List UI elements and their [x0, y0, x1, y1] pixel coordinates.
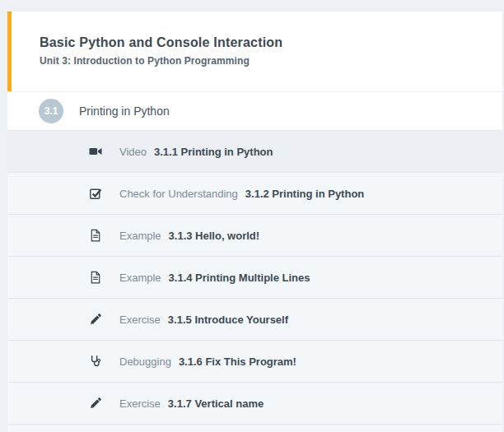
unit-card: Basic Python and Console Interaction Uni… — [7, 12, 502, 432]
document-icon — [86, 229, 105, 242]
pencil-icon — [86, 313, 105, 326]
section-title: Printing in Python — [79, 105, 170, 118]
item-type-label: Example — [119, 230, 161, 242]
lesson-row-partial[interactable] — [7, 425, 502, 432]
lesson-row[interactable]: Video 3.1.1 Printing in Python — [7, 131, 502, 173]
pencil-icon — [86, 397, 105, 410]
section-header-3-1[interactable]: 3.1 Printing in Python — [7, 92, 502, 131]
video-camera-icon — [86, 145, 105, 158]
item-type-label: Example — [119, 272, 161, 284]
item-title: 3.1.6 Fix This Program! — [179, 355, 296, 368]
lesson-row[interactable]: Example 3.1.4 Printing Multiple Lines — [7, 257, 502, 299]
item-title: 3.1.1 Printing in Python — [154, 146, 273, 158]
item-type-label: Exercise — [119, 397, 161, 410]
lesson-row[interactable]: Check for Understanding 3.1.2 Printing i… — [7, 173, 502, 215]
lesson-items-list: Video 3.1.1 Printing in Python Check for… — [7, 131, 502, 432]
item-type-label: Exercise — [119, 314, 161, 326]
course-outline-page: { "colors": { "accent_orange": "#fcab19"… — [0, 0, 504, 432]
item-type-label: Debugging — [119, 355, 171, 368]
lesson-row[interactable]: Exercise 3.1.5 Introduce Yourself — [7, 299, 502, 341]
unit-header: Basic Python and Console Interaction Uni… — [7, 12, 502, 92]
item-title: 3.1.2 Printing in Python — [245, 188, 364, 200]
lesson-row[interactable]: Debugging 3.1.6 Fix This Program! — [7, 341, 502, 383]
item-title: 3.1.5 Introduce Yourself — [168, 314, 288, 326]
stethoscope-icon — [86, 355, 105, 368]
check-square-icon — [86, 187, 105, 200]
unit-color-bar — [7, 12, 12, 91]
item-type-label: Video — [119, 146, 147, 158]
item-type-label: Check for Understanding — [119, 188, 238, 200]
unit-title: Basic Python and Console Interaction — [40, 35, 486, 50]
item-title: 3.1.7 Vertical name — [168, 397, 264, 410]
item-title: 3.1.3 Hello, world! — [169, 230, 260, 242]
lesson-row[interactable]: Example 3.1.3 Hello, world! — [7, 215, 502, 257]
section-number-badge: 3.1 — [39, 99, 63, 123]
lesson-row[interactable]: Exercise 3.1.7 Vertical name — [7, 383, 502, 425]
document-icon — [86, 271, 105, 284]
unit-subtitle: Unit 3: Introduction to Python Programmi… — [40, 55, 486, 67]
item-title: 3.1.4 Printing Multiple Lines — [169, 272, 310, 284]
